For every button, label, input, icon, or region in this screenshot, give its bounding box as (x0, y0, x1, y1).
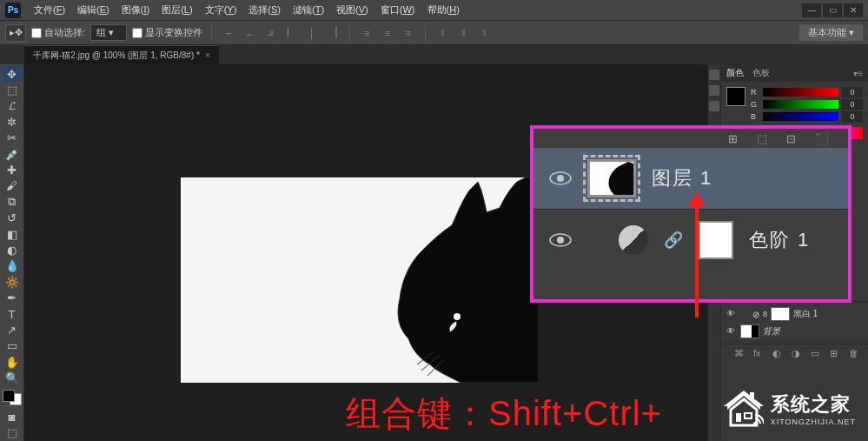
swatches-tab[interactable]: 色板 (752, 67, 770, 79)
path-tool[interactable]: ↗ (2, 322, 23, 337)
crop-tool[interactable]: ✂ (2, 130, 23, 146)
eye-icon[interactable] (549, 167, 572, 190)
distribute-icon-1[interactable]: ≡ (359, 25, 374, 41)
history-brush-tool[interactable]: ↺ (2, 210, 23, 226)
layer-thumbnail[interactable] (740, 324, 759, 338)
show-transform-checkbox[interactable] (132, 28, 142, 38)
r-slider[interactable] (763, 88, 838, 97)
watermark-title: 系统之家 (771, 391, 856, 418)
cat-silhouette (356, 177, 539, 383)
layer-mask-thumbnail[interactable] (699, 221, 733, 259)
lasso-tool[interactable]: 𝓛 (2, 98, 23, 114)
document-tab[interactable]: 千库网-猫2.jpg @ 100% (图层 1, RGB/8#) * × (24, 45, 219, 64)
align-hcenter-icon[interactable]: │ (304, 25, 320, 41)
svg-rect-6 (745, 413, 752, 418)
distribute-icon-3[interactable]: ≡ (401, 25, 416, 41)
menu-view[interactable]: 视图(V) (330, 3, 374, 17)
align-right-icon[interactable]: ▕ (325, 25, 341, 41)
align-left-icon[interactable]: ▏ (283, 25, 299, 41)
distribute-h-icon-2[interactable]: ⦀ (455, 25, 471, 41)
r-value[interactable]: 0 (842, 87, 863, 97)
menu-image[interactable]: 图像(I) (116, 3, 156, 17)
show-transform-label: 显示变换控件 (145, 26, 202, 39)
adjustment-icon[interactable]: ◑ (792, 348, 805, 360)
popup-icon-4: ⬛ (815, 132, 829, 145)
eraser-tool[interactable]: ◧ (2, 226, 23, 242)
hand-tool[interactable]: ✋ (2, 354, 23, 370)
layer-1-label: 图层 1 (652, 165, 712, 191)
blur-tool[interactable]: 💧 (2, 258, 23, 274)
menu-edit[interactable]: 编辑(E) (71, 3, 116, 17)
menu-help[interactable]: 帮助(H) (421, 3, 466, 17)
color-swatch[interactable] (3, 390, 22, 405)
distribute-h-icon-3[interactable]: ⦀ (476, 25, 492, 41)
layer-row-bw[interactable]: 👁 ⊘ 8 黑白 1 (726, 305, 863, 323)
move-tool[interactable]: ✥ (2, 66, 23, 82)
layers-panel-small: 👁 ⊘ 8 黑白 1 👁 背景 (721, 301, 868, 344)
minimize-button[interactable]: — (802, 3, 821, 17)
shape-tool[interactable]: ▭ (2, 338, 23, 354)
align-vmiddle-icon[interactable]: ⫠ (242, 25, 257, 41)
maximize-button[interactable]: ▭ (823, 3, 842, 17)
layer-row-bg[interactable]: 👁 背景 (726, 323, 863, 340)
b-slider[interactable] (763, 112, 838, 121)
link-layers-icon[interactable]: ⌘ (734, 348, 748, 360)
menu-file[interactable]: 文件(F) (28, 3, 71, 17)
menu-select[interactable]: 选择(S) (242, 3, 287, 17)
menu-layer[interactable]: 图层(L) (156, 3, 198, 17)
annotation-layers-popup: ⊞ ⬚ ⊡ ⬛ 图层 1 🔗 色阶 1 (530, 125, 851, 303)
layer-2-label: 色阶 1 (749, 227, 810, 253)
auto-select-checkbox[interactable] (31, 28, 42, 38)
quickmask-tool[interactable]: ◙ (2, 409, 23, 424)
layer-thumbnail[interactable] (771, 307, 790, 321)
fx-icon[interactable]: fx (753, 348, 767, 360)
distribute-icon-2[interactable]: ≡ (380, 25, 395, 41)
dodge-tool[interactable]: 🔆 (2, 274, 23, 290)
pen-tool[interactable]: ✒ (2, 290, 23, 305)
document-tab-title: 千库网-猫2.jpg @ 100% (图层 1, RGB/8#) * (33, 50, 200, 62)
quick-select-tool[interactable]: ✲ (2, 114, 23, 130)
zoom-tool[interactable]: 🔍 (2, 370, 23, 385)
svg-rect-5 (736, 413, 741, 422)
panel-menu-icon[interactable]: ▾≡ (853, 69, 863, 78)
link-icon: 🔗 (664, 231, 683, 250)
annotation-text: 组合键：Shift+Ctrl+ (346, 390, 662, 438)
menu-type[interactable]: 文字(Y) (199, 3, 243, 17)
auto-select-dropdown[interactable]: 组 ▾ (90, 24, 127, 41)
marquee-tool[interactable]: ⬚ (2, 82, 23, 97)
g-slider[interactable] (763, 100, 838, 109)
eye-icon[interactable] (549, 229, 572, 251)
gradient-tool[interactable]: ◐ (2, 242, 23, 257)
b-value[interactable]: 0 (842, 111, 863, 122)
auto-select-label: 自动选择: (44, 26, 85, 39)
svg-point-4 (557, 237, 564, 244)
foreground-color-swatch[interactable] (3, 390, 15, 402)
heal-tool[interactable]: ✚ (2, 162, 23, 177)
menu-filter[interactable]: 滤镜(T) (287, 3, 330, 17)
visibility-icon[interactable]: 👁 (726, 309, 737, 319)
g-value[interactable]: 0 (842, 99, 863, 110)
type-tool[interactable]: T (2, 306, 23, 322)
trash-icon[interactable]: 🗑 (849, 348, 863, 360)
eyedropper-tool[interactable]: 💉 (2, 146, 23, 162)
new-layer-icon[interactable]: ⊞ (830, 348, 844, 360)
tab-close-icon[interactable]: × (205, 50, 210, 60)
menu-window[interactable]: 窗口(W) (374, 3, 421, 17)
color-tab[interactable]: 颜色 (726, 67, 744, 79)
distribute-h-icon-1[interactable]: ⦀ (434, 25, 450, 41)
color-swatch-pair[interactable] (726, 87, 745, 106)
popup-layer-2[interactable]: 🔗 色阶 1 (533, 210, 848, 271)
align-top-icon[interactable]: ⫟ (221, 25, 236, 41)
brush-tool[interactable]: 🖌 (2, 178, 23, 194)
visibility-icon[interactable]: 👁 (726, 326, 737, 337)
align-bottom-icon[interactable]: ⫡ (262, 25, 278, 41)
group-icon[interactable]: ▭ (811, 348, 825, 360)
layer-thumbnail-1[interactable] (587, 159, 636, 197)
close-button[interactable]: ✕ (844, 3, 863, 17)
mask-icon[interactable]: ◐ (772, 348, 786, 360)
document-canvas[interactable] (181, 177, 539, 383)
screenmode-tool[interactable]: ⬚ (2, 425, 23, 441)
stamp-tool[interactable]: ⧉ (2, 194, 23, 210)
workspace-switcher[interactable]: 基本功能 ▾ (799, 24, 863, 41)
tool-preset-picker[interactable]: ▸✥ (5, 24, 26, 42)
